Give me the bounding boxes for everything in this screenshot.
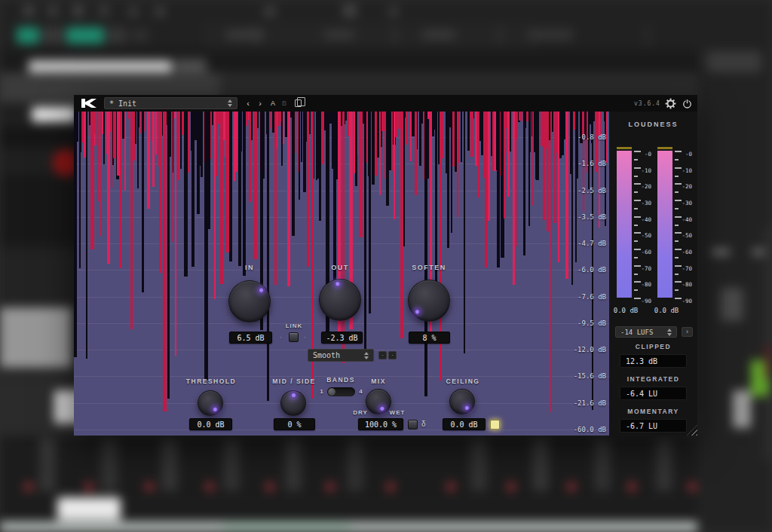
bands-max-label: 4 <box>359 388 363 395</box>
ceiling-knob[interactable] <box>449 389 475 414</box>
mid-side-knob[interactable] <box>280 390 306 416</box>
mode-updown-icon <box>364 352 369 359</box>
mode-next-button[interactable]: · <box>388 351 397 359</box>
mix-knob[interactable] <box>366 389 391 414</box>
link-right-dot: · <box>304 333 306 341</box>
mid-side-value[interactable]: 0 % <box>274 418 315 430</box>
mix-checkbox[interactable] <box>408 420 418 430</box>
waveform-display: -0.8 dB-1.6 dB-2.5 dB-3.5 dB-4.7 dB-6.0 … <box>74 112 609 436</box>
lufs-target-value: -14 LUFS <box>620 329 653 336</box>
in-value[interactable]: 6.5 dB <box>229 332 272 344</box>
bands-label: BANDS <box>326 376 355 384</box>
preset-selector[interactable]: * Init <box>104 97 237 109</box>
meter-left-scale: -0-10-20-30-40-50-60-70-80-90 <box>634 151 652 298</box>
link-checkbox[interactable] <box>289 332 299 342</box>
threshold-knob[interactable] <box>198 390 223 416</box>
screen: * Init ‹ › A B v3.6.4 <box>0 0 772 532</box>
out-value[interactable]: -2.3 dB <box>321 332 363 344</box>
ceiling-knob-pointer <box>445 384 479 418</box>
preset-prev-button[interactable]: ‹ <box>243 97 253 109</box>
in-knob[interactable] <box>228 280 271 323</box>
copy-preset-icon[interactable] <box>295 99 302 107</box>
threshold-label: THRESHOLD <box>186 378 236 385</box>
link-left-dot: · <box>280 333 282 341</box>
mix-wet-label: WET <box>390 409 406 416</box>
out-knob-pointer <box>317 277 364 324</box>
bands-min-label: 1 <box>320 388 323 395</box>
threshold-knob-pointer <box>193 386 227 420</box>
lufs-apply-button[interactable]: › <box>682 327 693 337</box>
meter-right-scale: -0-10-20-30-40-50-60-70-80-90 <box>675 151 693 298</box>
soften-knob[interactable] <box>408 280 450 322</box>
ab-compare-a-button[interactable]: A <box>268 97 278 109</box>
settings-gear-icon[interactable] <box>665 98 676 109</box>
momentary-label: MOMENTARY <box>609 408 697 415</box>
soften-value[interactable]: 8 % <box>409 332 450 344</box>
clipped-label: CLIPPED <box>609 343 697 350</box>
soften-label: SOFTEN <box>412 264 446 271</box>
mix-dry-label: DRY <box>353 409 368 416</box>
ceiling-led-button[interactable] <box>490 420 500 430</box>
mode-selector[interactable]: Smooth <box>308 349 374 362</box>
momentary-value: -6.7 LU <box>620 419 687 433</box>
plugin-titlebar: * Init ‹ › A B v3.6.4 <box>74 95 697 112</box>
integrated-value: -6.4 LU <box>620 387 687 400</box>
ceiling-value[interactable]: 0.0 dB <box>443 418 486 430</box>
power-icon[interactable] <box>682 98 693 109</box>
in-knob-pointer <box>221 273 278 330</box>
resize-handle[interactable] <box>687 425 697 436</box>
loudness-title: LOUDNESS <box>609 121 697 128</box>
mix-label: MIX <box>371 378 386 385</box>
meter-right-bar <box>657 151 672 298</box>
integrated-label: INTEGRATED <box>609 375 697 383</box>
meter-right-readout: 0.0 dB <box>650 307 683 314</box>
threshold-value[interactable]: 0.0 dB <box>189 418 232 430</box>
preset-name: * Init <box>109 99 136 108</box>
clipped-value: 12.3 dB <box>620 354 687 368</box>
meter-left-bar <box>617 151 632 298</box>
lufs-target-selector[interactable]: -14 LUFS <box>615 326 677 338</box>
out-label: OUT <box>331 264 349 271</box>
preset-updown-icon <box>228 99 232 107</box>
lufs-updown-icon <box>667 329 672 336</box>
link-label: LINK <box>286 323 303 329</box>
plugin-window: * Init ‹ › A B v3.6.4 <box>74 95 697 436</box>
meter-left-readout: 0.0 dB <box>609 307 642 314</box>
meter-right-clip-marker <box>657 147 672 149</box>
out-knob[interactable] <box>319 279 361 321</box>
mix-value[interactable]: 100.0 % <box>358 418 403 430</box>
mid-side-label: MID / SIDE <box>272 378 316 385</box>
delta-monitor-label[interactable]: δ <box>421 420 426 428</box>
in-label: IN <box>245 264 254 271</box>
ab-compare-b-button[interactable]: B <box>279 97 290 109</box>
version-label: v3.6.4 <box>634 100 664 107</box>
mode-value: Smooth <box>313 351 340 359</box>
soften-knob-pointer <box>400 272 458 329</box>
mid-side-knob-pointer <box>281 391 305 415</box>
brand-k-logo <box>80 97 100 109</box>
meter-left-clip-marker <box>617 147 632 149</box>
preset-next-button[interactable]: › <box>255 97 265 109</box>
bands-slider[interactable] <box>327 387 355 396</box>
loudness-panel: LOUDNESS -0-10-20-30-40-50-60-70-80-90 -… <box>609 112 697 436</box>
bands-slider-thumb[interactable] <box>328 388 335 396</box>
mode-prev-button[interactable]: · <box>378 351 387 359</box>
